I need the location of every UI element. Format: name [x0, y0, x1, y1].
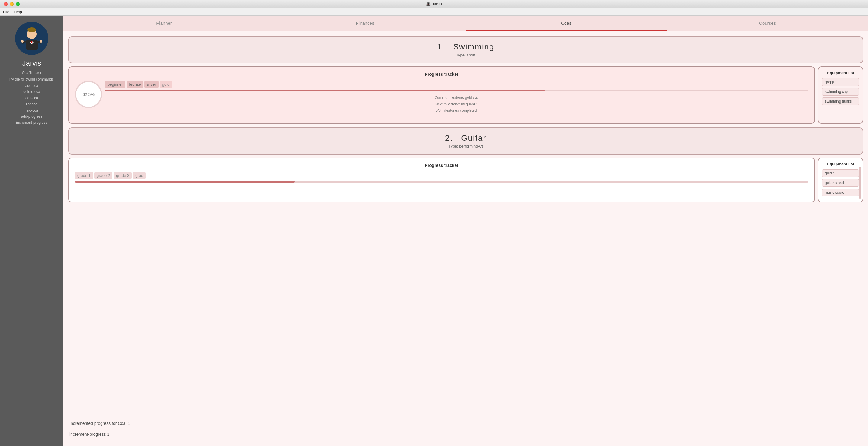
app-title: Jarvis	[432, 2, 442, 6]
guitar-milestones-row: grade 1 grade 2 grade 3 grad	[75, 172, 808, 185]
cmd-add-progress[interactable]: add-progress	[16, 113, 47, 119]
scrollbar-thumb[interactable]	[859, 167, 861, 185]
guitar-equipment-list: Equipment list guitar guitar stand music…	[818, 158, 863, 203]
title-bar: 🎩 Jarvis	[0, 0, 868, 8]
title-bar-icon: 🎩	[426, 2, 431, 6]
cmd-delete-cca[interactable]: delete-cca	[16, 89, 47, 95]
swimming-progress-tracker: Progress tracker 62.5% beginner bronze s…	[68, 66, 815, 124]
cca-swimming-name: Swimming	[453, 42, 494, 51]
swimming-equipment-list: Equipment list goggles swimming cap swim…	[818, 66, 863, 124]
milestone-grade-partial: grad	[133, 172, 146, 179]
swimming-progress-bar	[105, 90, 808, 92]
equipment-music-score: music score	[822, 188, 859, 197]
equipment-swimming-trunks: swimming trunks	[822, 98, 859, 105]
milestone-beginner: beginner	[105, 81, 125, 88]
equipment-swimming-cap: swimming cap	[822, 88, 859, 96]
equipment-goggles: goggles	[822, 78, 859, 86]
svg-point-8	[40, 40, 42, 42]
content-area[interactable]: 1. Swimming Type: sport Progress tracker…	[63, 31, 868, 416]
cca-swimming-index: 1.	[437, 42, 445, 51]
sidebar-commands-label: Try the following commands:	[9, 77, 55, 81]
cca-guitar-index: 2.	[445, 133, 453, 142]
guitar-progress-fill	[75, 181, 295, 182]
sidebar-subtitle: Cca Tracker	[22, 71, 42, 75]
swimming-progress-circle: 62.5%	[75, 81, 102, 108]
cca-guitar-header: 2. Guitar Type: performingArt	[68, 127, 863, 155]
svg-point-7	[21, 40, 24, 42]
guitar-progress-title: Progress tracker	[75, 163, 808, 168]
cca-guitar-type: Type: performingArt	[75, 144, 857, 148]
window-controls	[4, 2, 20, 6]
guitar-milestone-labels: grade 1 grade 2 grade 3 grad	[75, 172, 808, 185]
output-line-1: Incremented progress for Cca: 1	[69, 421, 862, 426]
milestone-grade1: grade 1	[75, 172, 93, 179]
menu-file[interactable]: File	[3, 10, 9, 14]
milestone-bronze: bronze	[127, 81, 144, 88]
equipment-guitar: guitar	[822, 169, 859, 177]
milestone-gold: gold	[160, 81, 172, 88]
sidebar-commands: add-cca delete-cca edit-cca list-cca fin…	[16, 83, 47, 126]
swimming-milestones-row: 62.5% beginner bronze silver gold	[75, 81, 808, 114]
swimming-next-milestone: Next milestone: lifeguard 1	[105, 101, 808, 108]
swimming-equipment-title: Equipment list	[822, 71, 859, 75]
close-button[interactable]	[4, 2, 7, 6]
cmd-list-cca[interactable]: list-cca	[16, 101, 47, 107]
equipment-guitar-stand: guitar stand	[822, 179, 859, 187]
cmd-find-cca[interactable]: find-cca	[16, 107, 47, 113]
swimming-completed: 5/8 milestones completed.	[105, 107, 808, 114]
maximize-button[interactable]	[16, 2, 20, 6]
milestone-grade2: grade 2	[94, 172, 112, 179]
swimming-progress-pct: 62.5%	[83, 92, 95, 97]
sidebar-app-name: Jarvis	[22, 59, 41, 68]
cmd-add-cca[interactable]: add-cca	[16, 83, 47, 89]
cmd-increment-progress[interactable]: increment-progress	[16, 119, 47, 126]
cmd-edit-cca[interactable]: edit-cca	[16, 95, 47, 101]
tabs: Planner Finances Ccas Courses	[63, 16, 868, 31]
avatar	[15, 22, 48, 55]
main-content: Planner Finances Ccas Courses 1. Swimmin…	[63, 16, 868, 446]
svg-point-1	[28, 28, 36, 32]
guitar-equipment-title: Equipment list	[822, 162, 859, 166]
command-prompt[interactable]: increment-progress 1	[69, 432, 862, 437]
cca-swimming-body: Progress tracker 62.5% beginner bronze s…	[68, 66, 863, 124]
swimming-milestone-labels: beginner bronze silver gold Current mile…	[105, 81, 808, 114]
milestone-silver: silver	[144, 81, 158, 88]
tab-courses[interactable]: Courses	[667, 16, 868, 31]
cca-guitar: 2. Guitar Type: performingArt Progress t…	[68, 127, 863, 203]
milestone-grade3: grade 3	[114, 172, 132, 179]
swimming-bar-labels: beginner bronze silver gold	[105, 81, 808, 88]
swimming-progress-title: Progress tracker	[75, 72, 808, 77]
cca-swimming-type: Type: sport	[75, 53, 857, 57]
cca-guitar-title: 2. Guitar	[75, 133, 857, 143]
app-body: Jarvis Cca Tracker Try the following com…	[0, 16, 868, 446]
cca-swimming-title: 1. Swimming	[75, 42, 857, 52]
cca-guitar-body: Progress tracker grade 1 grade 2 grade 3…	[68, 158, 863, 203]
guitar-progress-bar	[75, 181, 808, 182]
swimming-milestone-info: Current milestone: gold star Next milest…	[105, 95, 808, 114]
swimming-current-milestone: Current milestone: gold star	[105, 95, 808, 101]
cca-swimming-header: 1. Swimming Type: sport	[68, 36, 863, 63]
guitar-progress-tracker: Progress tracker grade 1 grade 2 grade 3…	[68, 158, 815, 203]
tab-ccas[interactable]: Ccas	[466, 16, 667, 31]
minimize-button[interactable]	[10, 2, 13, 6]
menu-help[interactable]: Help	[14, 10, 22, 14]
cca-guitar-name: Guitar	[461, 133, 486, 142]
guitar-bar-labels: grade 1 grade 2 grade 3 grad	[75, 172, 808, 179]
tab-finances[interactable]: Finances	[265, 16, 466, 31]
cca-swimming: 1. Swimming Type: sport Progress tracker…	[68, 36, 863, 124]
tab-planner[interactable]: Planner	[63, 16, 265, 31]
output-area: Incremented progress for Cca: 1 incremen…	[63, 416, 868, 446]
sidebar: Jarvis Cca Tracker Try the following com…	[0, 16, 63, 446]
swimming-progress-fill	[105, 90, 545, 92]
menu-bar: File Help	[0, 8, 868, 16]
